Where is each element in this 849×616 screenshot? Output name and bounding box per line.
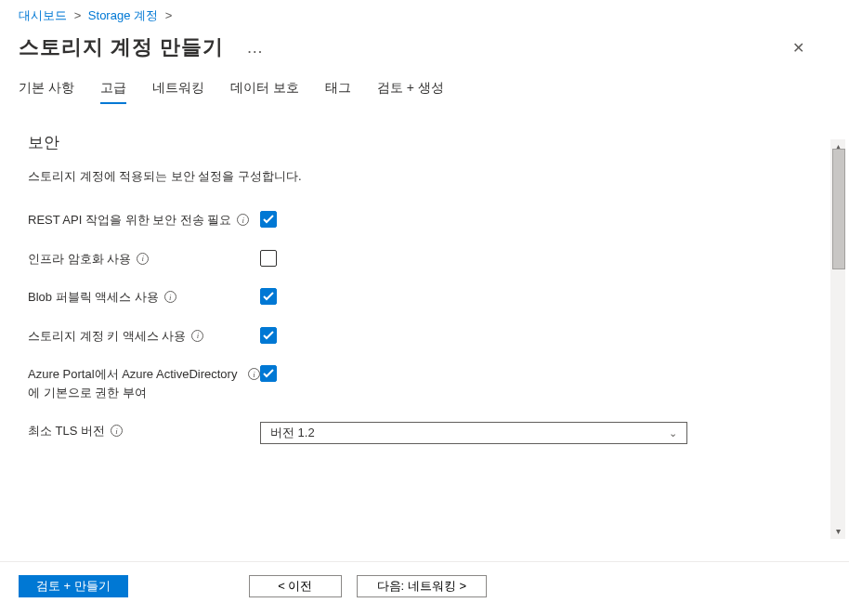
info-icon[interactable]: i: [164, 291, 176, 303]
label-blob-public: Blob 퍼블릭 액세스 사용: [28, 288, 159, 307]
next-button[interactable]: 다음: 네트워킹 >: [357, 575, 487, 597]
scroll-down-icon[interactable]: ▾: [832, 526, 843, 537]
close-icon[interactable]: ✕: [785, 35, 812, 60]
footer: 검토 + 만들기 < 이전 다음: 네트워킹 >: [0, 561, 849, 616]
label-secure-transfer: REST API 작업을 위한 보안 전송 필요: [28, 211, 231, 229]
breadcrumb-dashboard[interactable]: 대시보드: [19, 8, 67, 22]
tab-review[interactable]: 검토 + 생성: [377, 74, 444, 104]
select-tls-value: 버전 1.2: [270, 425, 315, 441]
info-icon[interactable]: i: [111, 425, 123, 437]
select-tls-version[interactable]: 버전 1.2 ⌄: [260, 422, 687, 444]
field-aad-default: Azure Portal에서 Azure ActiveDirectory에 기본…: [28, 365, 821, 401]
checkbox-aad-default[interactable]: [260, 365, 277, 382]
breadcrumb-sep: >: [165, 8, 173, 22]
breadcrumb-sep: >: [74, 8, 82, 22]
scrollbar-thumb[interactable]: [832, 149, 845, 269]
field-key-access: 스토리지 계정 키 액세스 사용 i: [28, 327, 821, 346]
breadcrumb-storage[interactable]: Storage 계정: [88, 8, 158, 22]
tab-data-protection[interactable]: 데이터 보호: [230, 74, 299, 104]
info-icon[interactable]: i: [191, 330, 203, 342]
previous-button[interactable]: < 이전: [249, 575, 342, 597]
field-secure-transfer: REST API 작업을 위한 보안 전송 필요 i: [28, 211, 821, 229]
field-tls: 최소 TLS 버전 i 버전 1.2 ⌄: [28, 422, 821, 444]
tab-basics[interactable]: 기본 사항: [19, 74, 74, 104]
info-icon[interactable]: i: [237, 214, 249, 226]
label-key-access: 스토리지 계정 키 액세스 사용: [28, 327, 186, 346]
label-aad-default: Azure Portal에서 Azure ActiveDirectory에 기본…: [28, 365, 242, 401]
chevron-down-icon: ⌄: [669, 427, 677, 439]
label-infra-encryption: 인프라 암호화 사용: [28, 250, 131, 269]
content-area: 보안 스토리지 계정에 적용되는 보안 설정을 구성합니다. REST API …: [0, 123, 849, 522]
review-create-button[interactable]: 검토 + 만들기: [19, 575, 128, 597]
tab-tags[interactable]: 태그: [325, 74, 351, 104]
checkbox-key-access[interactable]: [260, 327, 277, 344]
checkbox-secure-transfer[interactable]: [260, 211, 277, 228]
label-tls: 최소 TLS 버전: [28, 422, 105, 440]
tabs: 기본 사항 고급 네트워킹 데이터 보호 태그 검토 + 생성: [0, 74, 849, 104]
tab-advanced[interactable]: 고급: [100, 74, 126, 104]
field-blob-public: Blob 퍼블릭 액세스 사용 i: [28, 288, 821, 307]
checkbox-infra-encryption[interactable]: [260, 250, 277, 267]
info-icon[interactable]: i: [248, 368, 260, 380]
breadcrumb: 대시보드 > Storage 계정 >: [0, 0, 849, 28]
page-header: 스토리지 계정 만들기 … ✕: [0, 28, 849, 74]
more-icon[interactable]: …: [246, 38, 265, 58]
section-title-security: 보안: [28, 132, 821, 153]
field-infra-encryption: 인프라 암호화 사용 i: [28, 250, 821, 269]
info-icon[interactable]: i: [137, 253, 149, 265]
tab-networking[interactable]: 네트워킹: [152, 74, 204, 104]
section-desc: 스토리지 계정에 적용되는 보안 설정을 구성합니다.: [28, 168, 821, 185]
checkbox-blob-public[interactable]: [260, 288, 277, 305]
page-title: 스토리지 계정 만들기: [19, 33, 224, 61]
